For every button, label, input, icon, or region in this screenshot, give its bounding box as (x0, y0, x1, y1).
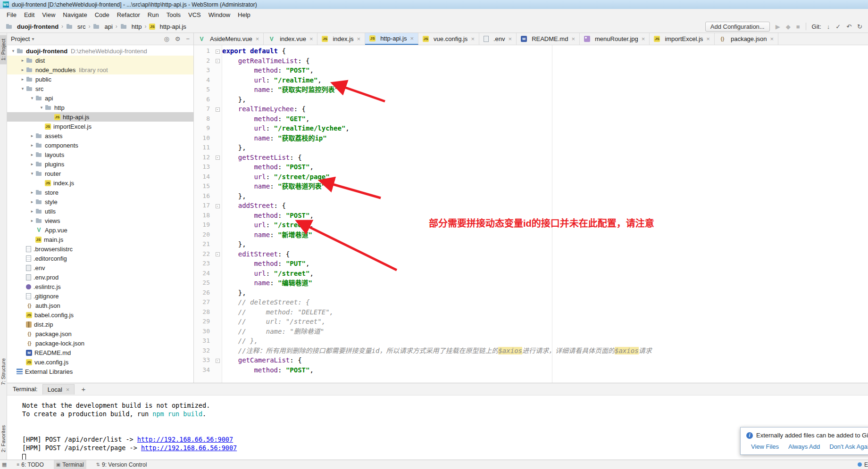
tree-item-http[interactable]: ▾http (7, 103, 193, 112)
editor[interactable]: 1-export default {2- getRealTimeList: {3… (194, 45, 868, 383)
code-line-34[interactable]: 34 method: "POST", (194, 365, 868, 375)
tree-arrow[interactable]: ▸ (29, 143, 35, 148)
tree-item-editorconfig[interactable]: .editorconfig (7, 254, 193, 263)
tree-item-auth-json[interactable]: {}auth.json (7, 301, 193, 310)
fold-icon[interactable]: - (213, 201, 222, 211)
fold-icon[interactable]: - (213, 56, 222, 66)
code-line-4[interactable]: 4 url: "/realTime", (194, 75, 868, 85)
tree-arrow[interactable]: ▸ (29, 133, 35, 138)
terminal-link[interactable]: http://192.168.66.56:9007 (137, 436, 233, 443)
toolwindow-structure-button[interactable]: 7: Structure (0, 354, 7, 389)
tree-item-app-vue[interactable]: VApp.vue (7, 225, 193, 235)
code-line-13[interactable]: 13 method: "POST", (194, 162, 868, 172)
tree-item-http-api-js[interactable]: JShttp-api.js (7, 112, 193, 122)
tab-package-json[interactable]: {}package.json× (715, 33, 778, 45)
notification-action-don-t-ask-agai[interactable]: Don't Ask Agai (829, 443, 868, 450)
tree-item-duoji-frontend[interactable]: ▾duoji-frontendD:\zheheWeb\duoji-fronten… (7, 46, 193, 56)
close-icon[interactable]: × (706, 35, 710, 42)
code-line-12[interactable]: 12- getStreetList: { (194, 153, 868, 163)
close-icon[interactable]: × (309, 35, 313, 42)
debug-icon[interactable]: ◆ (786, 23, 791, 30)
tree-item-browserslistrc[interactable]: .browserslistrc (7, 244, 193, 254)
tree-arrow[interactable]: ▾ (10, 49, 17, 53)
fold-icon[interactable]: - (213, 355, 222, 365)
tree-arrow[interactable]: ▸ (29, 162, 35, 166)
tree-arrow[interactable]: ▾ (29, 171, 35, 176)
terminal-tab-local[interactable]: Local × (42, 384, 75, 395)
hide-panel-icon[interactable]: − (186, 35, 190, 42)
close-icon[interactable]: × (410, 35, 414, 42)
git-commit-icon[interactable]: ✓ (835, 23, 841, 30)
code-line-20[interactable]: 20 name: "新增巷道" (194, 230, 868, 240)
close-icon[interactable]: × (66, 386, 70, 393)
tree-item-package-json[interactable]: {}package.json (7, 329, 193, 338)
fold-icon[interactable]: - (213, 46, 222, 56)
tree-item-main-js[interactable]: JSmain.js (7, 235, 193, 244)
tab-vue-config-js[interactable]: JSvue.config.js× (418, 33, 479, 45)
breadcrumb-item-src[interactable]: src (65, 23, 86, 30)
tree-arrow[interactable]: ▸ (29, 152, 35, 157)
locate-file-icon[interactable]: ◎ (164, 35, 169, 42)
code-line-9[interactable]: 9 url: "/realTime/lychee", (194, 123, 868, 133)
chevron-down-icon[interactable]: ▾ (32, 36, 34, 41)
code-line-22[interactable]: 22- editStreet: { (194, 249, 868, 259)
notification-action-always-add[interactable]: Always Add (788, 443, 820, 450)
tree-item-utils[interactable]: ▸utils (7, 206, 193, 216)
git-update-icon[interactable]: ↓ (827, 23, 830, 30)
tree-arrow[interactable]: ▾ (19, 86, 26, 91)
tab-env[interactable]: .env× (479, 33, 517, 45)
menu-refactor[interactable]: Refactor (113, 10, 144, 20)
menu-view[interactable]: View (38, 10, 59, 20)
close-icon[interactable]: × (642, 35, 645, 42)
tree-item-assets[interactable]: ▸assets (7, 131, 193, 140)
git-revert-icon[interactable]: ↶ (846, 23, 851, 30)
code-line-7[interactable]: 7- realTimeLychee: { (194, 104, 868, 114)
tree-arrow[interactable]: ▸ (29, 199, 35, 204)
tree-item-views[interactable]: ▸views (7, 216, 193, 225)
tree-item-components[interactable]: ▸components (7, 140, 193, 150)
menu-help[interactable]: Help (234, 10, 254, 20)
tree-item-api[interactable]: ▾api (7, 93, 193, 103)
close-icon[interactable]: × (471, 35, 475, 42)
code-line-30[interactable]: 30 // name: "删除巷道" (194, 327, 868, 337)
code-line-21[interactable]: 21 }, (194, 239, 868, 249)
menu-tools[interactable]: Tools (163, 10, 184, 20)
tree-item-external-libraries[interactable]: External Libraries (7, 367, 193, 376)
notification-action-view-files[interactable]: View Files (751, 443, 779, 450)
code-line-15[interactable]: 15 name: "获取巷道列表" (194, 181, 868, 191)
toolwindow-switcher-icon[interactable]: ▦ (2, 461, 7, 468)
tree-arrow[interactable]: ▾ (38, 105, 45, 110)
code-line-10[interactable]: 10 name: "获取荔枝的ip" (194, 133, 868, 143)
menu-vcs[interactable]: VCS (184, 10, 205, 20)
statusbar-9-version-control[interactable]: ⇅9: Version Control (94, 460, 150, 469)
toolwindow-favorites-button[interactable]: 2: Favorites (0, 421, 7, 456)
tree-item-src[interactable]: ▾src (7, 84, 193, 93)
tree-arrow[interactable]: ▸ (29, 218, 35, 223)
tree-item-style[interactable]: ▸style (7, 197, 193, 206)
close-icon[interactable]: × (770, 35, 774, 42)
menu-navigate[interactable]: Navigate (59, 10, 91, 20)
add-configuration-button[interactable]: Add Configuration... (705, 22, 770, 32)
tree-arrow[interactable]: ▸ (19, 58, 26, 63)
tree-item-node-modules[interactable]: ▸node_moduleslibrary root (7, 65, 193, 74)
code-line-32[interactable]: 32 //注释：所有用到删除的接口都需要拼接变量id，所以请求方式采用了挂载在原… (194, 346, 868, 356)
tree-item-public[interactable]: ▸public (7, 74, 193, 84)
code-line-24[interactable]: 24 url: "/street", (194, 269, 868, 279)
tree-item-plugins[interactable]: ▸plugins (7, 159, 193, 169)
code-line-14[interactable]: 14 url: "/street/page", (194, 172, 868, 182)
new-terminal-button[interactable]: + (79, 385, 87, 393)
tab-importexcel-js[interactable]: JSimportExcel.js× (650, 33, 715, 45)
breadcrumb-item-duoji-frontend[interactable]: duoji-frontend (5, 23, 59, 30)
stop-icon[interactable]: ■ (796, 23, 800, 30)
code-line-17[interactable]: 17- addStreet: { (194, 201, 868, 211)
code-line-8[interactable]: 8 method: "GET", (194, 114, 868, 124)
event-log-button[interactable]: Ev (858, 461, 868, 468)
close-icon[interactable]: × (357, 35, 361, 42)
code-line-26[interactable]: 26 }, (194, 288, 868, 298)
tree-item-dist[interactable]: ▸dist (7, 56, 193, 65)
code-line-11[interactable]: 11 }, (194, 143, 868, 153)
breadcrumb-item-http[interactable]: http (119, 23, 143, 30)
git-history-icon[interactable]: ↻ (857, 23, 862, 30)
tree-arrow[interactable]: ▸ (19, 67, 26, 72)
statusbar-6-todo[interactable]: ≡6: TODO (14, 460, 46, 469)
